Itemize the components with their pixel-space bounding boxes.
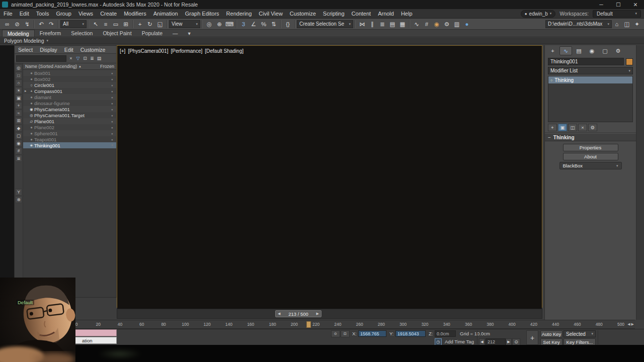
clear-search-icon[interactable]: × bbox=[67, 55, 74, 62]
blackbox-dropdown[interactable]: BlackBox ▾ bbox=[559, 162, 622, 169]
explorer-menu-edit[interactable]: Edit bbox=[61, 47, 77, 53]
frozen-toggle[interactable]: ● bbox=[108, 83, 116, 87]
menu-arnold[interactable]: Arnold bbox=[374, 9, 397, 19]
menu-file[interactable]: File bbox=[0, 9, 16, 19]
ribbon-tab-freeform[interactable]: Freeform bbox=[35, 30, 66, 37]
filter-bones-icon[interactable]: ◆ bbox=[15, 125, 22, 132]
filter-groups-icon[interactable]: ⊞ bbox=[15, 117, 22, 124]
frame-back-arrow[interactable]: ◀ bbox=[278, 312, 280, 316]
filter-spacewarps-icon[interactable]: ≈ bbox=[15, 110, 22, 117]
object-color-swatch[interactable] bbox=[626, 58, 633, 65]
filter-cameras-icon[interactable]: ▣ bbox=[15, 95, 22, 102]
delete-icon[interactable]: ⊗ bbox=[15, 196, 22, 203]
rollout-header-thinking[interactable]: − Thinking bbox=[545, 134, 636, 141]
time-tag-icon[interactable]: ◷ bbox=[435, 338, 442, 345]
frozen-toggle[interactable]: ● bbox=[108, 77, 116, 81]
close-button[interactable]: ✕ bbox=[627, 2, 644, 8]
pick-mode-icon[interactable]: Y bbox=[15, 189, 22, 196]
about-button[interactable]: About bbox=[563, 153, 618, 160]
material-editor-icon[interactable]: ◉ bbox=[432, 20, 442, 29]
command-panel-scroll-edge[interactable] bbox=[636, 45, 644, 320]
reference-coordinate-dropdown[interactable]: View▾ bbox=[169, 20, 200, 28]
pin-stack-icon[interactable]: ⌖ bbox=[548, 124, 557, 131]
spinner-snap-icon[interactable]: ⇅ bbox=[269, 20, 279, 29]
filter-xrefs-icon[interactable]: # bbox=[15, 147, 22, 154]
explorer-row-box001[interactable]: ●Box001● bbox=[23, 70, 116, 76]
frame-next-spinner[interactable]: ▶ bbox=[506, 338, 512, 345]
select-scale-icon[interactable]: ◱ bbox=[155, 20, 165, 29]
add-time-tag[interactable]: Add Time Tag bbox=[445, 339, 474, 344]
ribbon-tab-selection[interactable]: Selection bbox=[66, 30, 98, 37]
explorer-menu-select[interactable]: Select bbox=[15, 47, 36, 53]
render-setup-icon[interactable]: ⚙ bbox=[442, 20, 452, 29]
explorer-row-circle001[interactable]: ○Circle001● bbox=[23, 82, 116, 88]
user-account-menu[interactable]: ● edwin_b ▾ bbox=[521, 10, 556, 18]
frozen-toggle[interactable]: ● bbox=[108, 120, 116, 123]
make-unique-icon[interactable]: ◫ bbox=[568, 124, 577, 131]
filter-geometry-icon[interactable]: □ bbox=[15, 72, 22, 79]
maximize-button[interactable]: ☐ bbox=[610, 2, 627, 8]
menu-create[interactable]: Create bbox=[97, 9, 120, 19]
workspace-switch-icon[interactable]: ✦ bbox=[632, 20, 642, 29]
frozen-toggle[interactable]: ● bbox=[108, 114, 116, 117]
select-by-name-icon[interactable]: ≡ bbox=[101, 20, 111, 29]
snaps-toggle-icon[interactable]: 3 bbox=[238, 20, 249, 29]
explorer-menu-customize[interactable]: Customize bbox=[77, 47, 109, 53]
isolate-selection-icon[interactable]: ⊙ bbox=[331, 330, 340, 337]
time-ruler[interactable]: 0204060801001201401601802002202402602803… bbox=[15, 320, 635, 329]
undo-icon[interactable]: ↶ bbox=[36, 20, 46, 29]
motion-tab[interactable]: ◉ bbox=[586, 46, 598, 55]
hierarchy-tab[interactable]: ▤ bbox=[573, 46, 585, 55]
explorer-row-compass001[interactable]: ▸+Compass001● bbox=[23, 88, 116, 94]
time-slider-track[interactable]: ◀ 213 / 500 ▶ bbox=[117, 309, 542, 319]
named-selection-sets-icon[interactable]: {} bbox=[283, 20, 293, 29]
modify-tab[interactable]: ∿ bbox=[559, 46, 572, 55]
menu-scripting[interactable]: Scripting bbox=[319, 9, 348, 19]
z-coordinate-field[interactable]: 0.0cm bbox=[435, 330, 456, 337]
frozen-toggle[interactable]: ● bbox=[108, 89, 116, 93]
frame-forward-arrow[interactable]: ▶ bbox=[316, 312, 319, 316]
render-production-icon[interactable]: ● bbox=[462, 20, 472, 29]
explorer-row-dinosaur-figurine[interactable]: ●dinosaur-figurine● bbox=[23, 100, 116, 106]
x-coordinate-field[interactable]: 1568.765 bbox=[358, 330, 386, 337]
filter-all-icon[interactable]: ◎ bbox=[15, 64, 22, 71]
ribbon-tab-object-paint[interactable]: Object Paint bbox=[98, 30, 136, 37]
menu-rendering[interactable]: Rendering bbox=[223, 9, 256, 19]
modifier-list-dropdown[interactable]: Modifier List ▾ bbox=[548, 67, 633, 74]
filter-icon[interactable]: ▽ bbox=[74, 55, 82, 62]
explorer-row-plane002[interactable]: ●Plane002● bbox=[23, 124, 116, 130]
schematic-view-icon[interactable]: # bbox=[422, 20, 432, 29]
explorer-menu-display[interactable]: Display bbox=[36, 47, 60, 53]
frozen-toggle[interactable]: ● bbox=[108, 96, 116, 99]
frozen-toggle[interactable]: ● bbox=[108, 71, 116, 75]
minimize-button[interactable]: ─ bbox=[593, 2, 610, 8]
menu-customize[interactable]: Customize bbox=[286, 9, 319, 19]
remove-modifier-icon[interactable]: × bbox=[578, 124, 587, 131]
ribbon-tab-modeling[interactable]: Modeling bbox=[2, 30, 35, 37]
viewport-menu-pov[interactable]: [PhysCamera001] bbox=[128, 48, 168, 54]
frozen-toggle[interactable]: ✳ bbox=[108, 143, 116, 147]
object-name-field[interactable]: Thinking001 bbox=[548, 58, 624, 65]
explorer-row-physcamera001-target[interactable]: ◎PhysCamera001.Target● bbox=[23, 112, 116, 118]
filter-helpers-icon[interactable]: + bbox=[15, 102, 22, 109]
display-options-icon[interactable]: ▤ bbox=[96, 55, 103, 62]
menu-tools[interactable]: Tools bbox=[33, 9, 53, 19]
project-path-dropdown[interactable]: D:\edwin\D...nts\3dsMax▾ bbox=[545, 20, 612, 28]
menu-modifiers[interactable]: Modifiers bbox=[120, 9, 150, 19]
configure-modifier-sets-icon[interactable]: ⚙ bbox=[588, 124, 597, 131]
ribbon-toggle-icon[interactable]: ▦ bbox=[397, 20, 408, 29]
redo-icon[interactable]: ↷ bbox=[46, 20, 56, 29]
modifier-stack[interactable]: ○Thinking bbox=[548, 76, 633, 122]
explorer-row-physcamera001[interactable]: ◉PhysCamera001● bbox=[23, 106, 116, 112]
ruler-scroll-arrows[interactable]: ◀ ▶ bbox=[627, 322, 634, 326]
menu-graph-editors[interactable]: Graph Editors bbox=[182, 9, 223, 19]
explorer-row-thinking001[interactable]: ✳Thinking001✳ bbox=[23, 142, 116, 148]
select-manipulate-icon[interactable]: ⊕ bbox=[214, 20, 224, 29]
use-pivot-center-icon[interactable]: ◎ bbox=[204, 20, 214, 29]
selection-lock-icon[interactable]: ⊡ bbox=[341, 330, 350, 337]
frame-prev-spinner[interactable]: ◀ bbox=[479, 338, 485, 345]
modifier-enabled-icon[interactable]: ○ bbox=[550, 78, 552, 82]
scene-explorer-toggle-icon[interactable]: ▤ bbox=[387, 20, 397, 29]
display-tab[interactable]: ▢ bbox=[599, 46, 611, 55]
ribbon-dropdown-icon[interactable]: ▾ bbox=[183, 30, 196, 37]
